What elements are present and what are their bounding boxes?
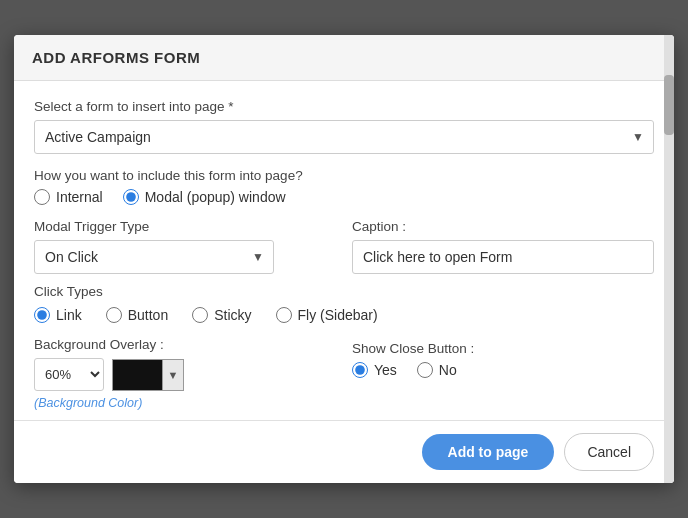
include-internal-text: Internal xyxy=(56,189,103,205)
include-modal-radio[interactable] xyxy=(123,189,139,205)
click-type-sticky-radio[interactable] xyxy=(192,307,208,323)
click-type-fly-text: Fly (Sidebar) xyxy=(298,307,378,323)
caption-input[interactable] xyxy=(352,240,654,274)
click-type-button-label[interactable]: Button xyxy=(106,307,168,323)
scrollbar-track xyxy=(664,35,674,483)
show-close-no-radio[interactable] xyxy=(417,362,433,378)
dialog-body: Select a form to insert into page * Acti… xyxy=(14,81,674,420)
show-close-no-label[interactable]: No xyxy=(417,362,457,378)
click-type-fly-label[interactable]: Fly (Sidebar) xyxy=(276,307,378,323)
show-close-yes-label[interactable]: Yes xyxy=(352,362,397,378)
click-type-link-label[interactable]: Link xyxy=(34,307,82,323)
show-close-yes-radio[interactable] xyxy=(352,362,368,378)
include-radio-group: Internal Modal (popup) window xyxy=(34,189,654,205)
include-label: How you want to include this form into p… xyxy=(34,168,654,183)
bg-overlay-row: Background Overlay : 60% 50% 70% 80% 90%… xyxy=(34,337,654,410)
form-select[interactable]: Active Campaign Form 2 Form 3 xyxy=(34,120,654,154)
show-close-section: Show Close Button : Yes No xyxy=(352,341,654,378)
show-close-no-text: No xyxy=(439,362,457,378)
include-internal-label[interactable]: Internal xyxy=(34,189,103,205)
bg-overlay-right: Show Close Button : Yes No xyxy=(352,337,654,410)
cancel-button[interactable]: Cancel xyxy=(564,433,654,471)
select-form-label: Select a form to insert into page * xyxy=(34,99,654,114)
click-type-button-radio[interactable] xyxy=(106,307,122,323)
click-type-link-radio[interactable] xyxy=(34,307,50,323)
click-types-label: Click Types xyxy=(34,284,654,299)
bg-overlay-left: Background Overlay : 60% 50% 70% 80% 90%… xyxy=(34,337,336,410)
include-modal-label[interactable]: Modal (popup) window xyxy=(123,189,286,205)
bg-overlay-label: Background Overlay : xyxy=(34,337,336,352)
click-type-link-text: Link xyxy=(56,307,82,323)
bg-controls: 60% 50% 70% 80% 90% ▼ xyxy=(34,358,336,391)
include-internal-radio[interactable] xyxy=(34,189,50,205)
bg-color-label[interactable]: (Background Color) xyxy=(34,396,336,410)
click-type-button-text: Button xyxy=(128,307,168,323)
dialog-footer: Add to page Cancel xyxy=(14,420,674,483)
include-modal-text: Modal (popup) window xyxy=(145,189,286,205)
include-form-group: How you want to include this form into p… xyxy=(34,168,654,205)
color-box-wrapper: ▼ xyxy=(112,359,184,391)
color-dropdown-btn[interactable]: ▼ xyxy=(162,359,184,391)
click-type-sticky-text: Sticky xyxy=(214,307,251,323)
trigger-caption-row: Modal Trigger Type On Click On Exit On S… xyxy=(34,219,654,274)
click-types-row: Link Button Sticky Fly (Sidebar) xyxy=(34,307,654,323)
dialog-header: ADD ARFORMS FORM xyxy=(14,35,674,81)
scrollbar-thumb[interactable] xyxy=(664,75,674,135)
modal-trigger-select-wrapper: On Click On Exit On Scroll ▼ xyxy=(34,240,274,274)
show-close-label: Show Close Button : xyxy=(352,341,654,356)
caption-col: Caption : xyxy=(352,219,654,274)
form-select-wrapper: Active Campaign Form 2 Form 3 ▼ xyxy=(34,120,654,154)
modal-trigger-select[interactable]: On Click On Exit On Scroll xyxy=(34,240,274,274)
caption-label: Caption : xyxy=(352,219,654,234)
color-preview-box[interactable] xyxy=(112,359,162,391)
click-type-sticky-label[interactable]: Sticky xyxy=(192,307,251,323)
click-types-section: Click Types Link Button Sticky Fly (Side… xyxy=(34,284,654,323)
select-form-group: Select a form to insert into page * Acti… xyxy=(34,99,654,154)
show-close-yes-text: Yes xyxy=(374,362,397,378)
add-to-page-button[interactable]: Add to page xyxy=(422,434,555,470)
bg-percent-select[interactable]: 60% 50% 70% 80% 90% xyxy=(34,358,104,391)
trigger-col: Modal Trigger Type On Click On Exit On S… xyxy=(34,219,336,274)
show-close-radios: Yes No xyxy=(352,362,654,378)
click-type-fly-radio[interactable] xyxy=(276,307,292,323)
modal-trigger-label: Modal Trigger Type xyxy=(34,219,336,234)
dialog-title: ADD ARFORMS FORM xyxy=(32,49,656,66)
add-arforms-dialog: ADD ARFORMS FORM Select a form to insert… xyxy=(14,35,674,483)
